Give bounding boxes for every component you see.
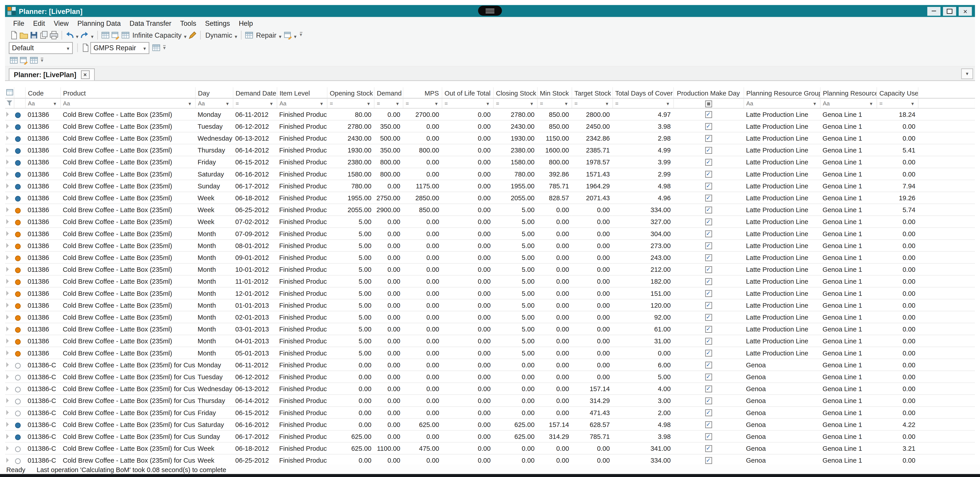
- column-header-demand[interactable]: Demand: [374, 87, 403, 98]
- table-row[interactable]: 011386-CCold Brew Coffee - Latte Box (23…: [5, 442, 975, 454]
- toolbar-overflow-button[interactable]: [300, 32, 302, 38]
- table-row[interactable]: 011386Cold Brew Coffee - Latte Box (235m…: [5, 132, 975, 144]
- table-row[interactable]: 011386Cold Brew Coffee - Latte Box (235m…: [5, 347, 975, 359]
- expand-cell[interactable]: [5, 395, 14, 407]
- menu-item-view[interactable]: View: [49, 19, 73, 27]
- expand-cell[interactable]: [5, 299, 14, 311]
- undo-dropdown[interactable]: [75, 30, 80, 40]
- column-header-planning-resource-group[interactable]: Planning Resource Group: [744, 87, 820, 98]
- undo-button[interactable]: [65, 30, 75, 39]
- restore-button[interactable]: [943, 6, 956, 15]
- filter-opening-stock[interactable]: =: [327, 98, 374, 108]
- filter-planning-resource-group[interactable]: Aa: [744, 98, 820, 108]
- table-row[interactable]: 011386Cold Brew Coffee - Latte Box (235m…: [5, 251, 975, 263]
- filter-product[interactable]: Aa: [60, 98, 195, 108]
- column-header-total-days-of-cover[interactable]: Total Days of Cover: [612, 87, 673, 98]
- column-header-min-stock[interactable]: Min Stock: [537, 87, 571, 98]
- make-day-checkbox[interactable]: [705, 195, 712, 202]
- table-row[interactable]: 011386-CCold Brew Coffee - Latte Box (23…: [5, 371, 975, 383]
- table-row[interactable]: 011386Cold Brew Coffee - Latte Box (235m…: [5, 192, 975, 204]
- table-row[interactable]: 011386Cold Brew Coffee - Latte Box (235m…: [5, 144, 975, 156]
- repair-settings-button[interactable]: [151, 43, 161, 52]
- expand-cell[interactable]: [5, 144, 14, 156]
- repair-selector[interactable]: GMPS Repair: [90, 42, 149, 54]
- table-row[interactable]: 011386Cold Brew Coffee - Latte Box (235m…: [5, 120, 975, 132]
- expand-cell[interactable]: [5, 192, 14, 204]
- dynamic-button[interactable]: Dynamic: [204, 31, 234, 39]
- layout-2-button[interactable]: [19, 56, 29, 65]
- filter-planning-resource[interactable]: Aa: [820, 98, 877, 108]
- table-row[interactable]: 011386-CCold Brew Coffee - Latte Box (23…: [5, 359, 975, 371]
- filter-demand[interactable]: =: [374, 98, 403, 108]
- expand-cell[interactable]: [5, 430, 14, 442]
- repair-grid-button[interactable]: [244, 30, 254, 39]
- menu-item-data-transfer[interactable]: Data Transfer: [125, 19, 176, 27]
- expand-cell[interactable]: [5, 108, 14, 120]
- filter-out-of-life-total[interactable]: =: [442, 98, 493, 108]
- repair-doc-button[interactable]: [80, 43, 90, 52]
- column-header-out-of-life-total[interactable]: Out of Life Total: [442, 87, 493, 98]
- make-day-checkbox[interactable]: [705, 266, 712, 273]
- plan-selector[interactable]: Default: [9, 42, 73, 54]
- expand-cell[interactable]: [5, 442, 14, 454]
- make-day-checkbox[interactable]: [705, 231, 712, 238]
- table-row[interactable]: 011386-CCold Brew Coffee - Latte Box (23…: [5, 418, 975, 430]
- repair-edit-dropdown[interactable]: [293, 30, 298, 40]
- make-day-checkbox[interactable]: [705, 159, 712, 166]
- make-day-checkbox[interactable]: [705, 338, 712, 345]
- open-button[interactable]: [19, 30, 29, 39]
- column-header-closing-stock[interactable]: Closing Stock: [493, 87, 537, 98]
- filter-target-stock[interactable]: =: [571, 98, 612, 108]
- expand-cell[interactable]: [5, 168, 14, 180]
- repair-button[interactable]: Repair: [254, 31, 278, 39]
- filter-mps[interactable]: =: [403, 98, 442, 108]
- table-row[interactable]: 011386-CCold Brew Coffee - Latte Box (23…: [5, 407, 975, 418]
- make-day-checkbox[interactable]: [705, 410, 712, 416]
- filter-production-make-day[interactable]: [673, 98, 744, 108]
- expand-cell[interactable]: [5, 132, 14, 144]
- menu-item-settings[interactable]: Settings: [200, 19, 234, 27]
- filter-checkbox[interactable]: [705, 101, 712, 107]
- expand-cell[interactable]: [5, 251, 14, 263]
- make-day-checkbox[interactable]: [705, 123, 712, 130]
- filter-code[interactable]: Aa: [25, 98, 60, 108]
- new-button[interactable]: [9, 30, 19, 39]
- repair-edit-button[interactable]: [283, 30, 293, 39]
- make-day-checkbox[interactable]: [705, 397, 712, 405]
- make-day-checkbox[interactable]: [705, 374, 712, 381]
- expand-cell[interactable]: [5, 275, 14, 287]
- close-button[interactable]: [959, 6, 972, 15]
- toolbar-overflow-button[interactable]: [41, 57, 43, 63]
- dynamic-dropdown[interactable]: [234, 30, 239, 40]
- expand-cell[interactable]: [5, 418, 14, 430]
- table-row[interactable]: 011386-CCold Brew Coffee - Latte Box (23…: [5, 383, 975, 394]
- print-button[interactable]: [49, 30, 59, 39]
- layout-3-button[interactable]: [29, 56, 39, 65]
- expand-cell[interactable]: [5, 335, 14, 347]
- make-day-checkbox[interactable]: [705, 386, 712, 393]
- column-header-target-stock[interactable]: Target Stock: [571, 87, 612, 98]
- filter-closing-stock[interactable]: =: [493, 98, 537, 108]
- make-day-checkbox[interactable]: [705, 434, 712, 440]
- tab-list-dropdown[interactable]: [961, 68, 973, 79]
- table-row[interactable]: 011386Cold Brew Coffee - Latte Box (235m…: [5, 168, 975, 180]
- filter-min-stock[interactable]: =: [537, 98, 571, 108]
- redo-button[interactable]: [80, 30, 90, 39]
- filter-icon-cell[interactable]: [5, 98, 14, 108]
- expand-cell[interactable]: [5, 347, 14, 359]
- make-day-checkbox[interactable]: [705, 290, 712, 297]
- column-header-code[interactable]: Code: [25, 87, 60, 98]
- filter-day[interactable]: Aa: [195, 98, 233, 108]
- filter-demand-date[interactable]: =: [233, 98, 277, 108]
- tab-close-icon[interactable]: [81, 70, 89, 79]
- make-day-checkbox[interactable]: [705, 135, 712, 142]
- table-row[interactable]: 011386Cold Brew Coffee - Latte Box (235m…: [5, 335, 975, 347]
- expand-cell[interactable]: [5, 180, 14, 192]
- grid-view-button[interactable]: [100, 30, 110, 39]
- table-row[interactable]: 011386Cold Brew Coffee - Latte Box (235m…: [5, 311, 975, 323]
- make-day-checkbox[interactable]: [705, 183, 712, 190]
- menu-item-file[interactable]: File: [9, 19, 29, 27]
- grid-layout-button[interactable]: [121, 30, 130, 39]
- make-day-checkbox[interactable]: [705, 207, 712, 214]
- expand-cell[interactable]: [5, 120, 14, 132]
